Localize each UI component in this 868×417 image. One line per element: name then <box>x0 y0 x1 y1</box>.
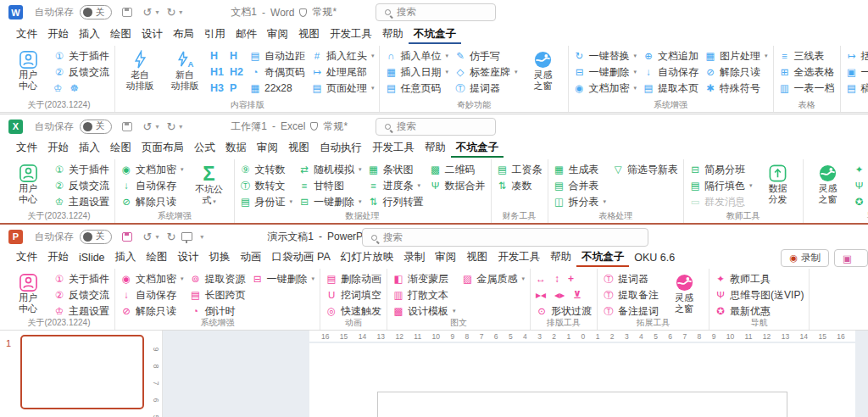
excel-menu-tab-7[interactable]: 审阅 <box>252 141 283 158</box>
excel-ribbon-item-g0-c1-1[interactable]: ②反馈交流 <box>53 178 109 193</box>
word-big-button-g2-2[interactable]: 灵感之窗 <box>524 48 563 101</box>
ppt-ribbon-item-g0-c1-1[interactable]: ②反馈交流 <box>53 287 109 303</box>
word-ribbon-item-g4-c0-2[interactable]: ▥一表一档 <box>779 81 835 96</box>
ppt-ribbon-item-g1-c1-0[interactable]: ⊚提取资源 <box>190 271 246 286</box>
word-big-button-g0-0[interactable]: 用户中心 <box>8 48 47 101</box>
ppt-menu-tab-9[interactable]: 幻灯片放映 <box>336 250 399 267</box>
ppt-menu-tab-12[interactable]: 视图 <box>461 250 492 267</box>
ppt-menu-tab-0[interactable]: 文件 <box>11 250 42 267</box>
ppt-ribbon-item-g1-c0-0[interactable]: ◉文档加密▾ <box>120 271 184 286</box>
excel-menu-tab-1[interactable]: 开始 <box>42 141 74 158</box>
excel-ribbon-item-g4-c0-1[interactable]: ▤合并表 <box>554 178 607 193</box>
ppt-ribbon-item-g5-c0-0[interactable]: Ⓣ提词器 <box>603 271 659 286</box>
ppt-undo-icon[interactable]: ↺ <box>143 231 153 243</box>
excel-ribbon-item-g5-c0-1[interactable]: ▤隔行填色▾ <box>689 178 753 193</box>
ppt-menu-tab-4[interactable]: 绘图 <box>142 250 173 267</box>
excel-menu-tab-4[interactable]: 页面布局 <box>136 141 189 158</box>
ppt-menu-tab-6[interactable]: 切换 <box>204 250 236 267</box>
word-search-input[interactable]: 搜索 <box>376 3 496 21</box>
excel-ribbon-item-g2-c0-0[interactable]: ⑨文转数 <box>240 162 293 177</box>
excel-ribbon-item-g2-c1-2[interactable]: ⊟一键删除▾ <box>298 194 362 209</box>
ppt-menu-tab-3[interactable]: 插入 <box>110 250 142 267</box>
excel-menu-tab-11[interactable]: 帮助 <box>420 141 451 158</box>
word-autosave-toggle[interactable]: 关 <box>80 5 112 19</box>
word-ribbon-item-g5-c0-0[interactable]: ↦括号靠右 <box>846 48 868 64</box>
excel-big-button-g0-0[interactable]: 用户中心 <box>8 162 47 212</box>
excel-ribbon-item-g6-c1-2[interactable]: ✪最新优惠 <box>854 194 868 209</box>
ppt-redo-icon[interactable]: ↻ <box>166 231 175 243</box>
word-ribbon-item-g1-c2-2[interactable]: H3 <box>210 81 224 96</box>
excel-undo-icon[interactable]: ↺ <box>143 120 153 133</box>
excel-big-button-g1-1[interactable]: Σ不坑公式 ▾ <box>190 162 229 212</box>
word-ribbon-item-g2-c0-0[interactable]: ∩插入单位▾ <box>385 48 448 64</box>
word-undo-icon[interactable]: ↺ <box>143 6 153 19</box>
excel-big-button-g6-0[interactable]: 灵感之窗 <box>809 162 848 212</box>
slide-editing-surface[interactable] <box>309 343 855 417</box>
word-redo-icon[interactable]: ↻ <box>166 6 175 19</box>
ppt-menu-tab-11[interactable]: 审阅 <box>430 250 461 267</box>
ppt-autosave-toggle[interactable]: 关 <box>80 230 112 244</box>
word-ribbon-item-g2-c1-2[interactable]: Ⓣ提词器 <box>454 81 518 96</box>
excel-save-icon[interactable] <box>122 122 132 131</box>
ppt-menu-tab-14[interactable]: 帮助 <box>545 250 576 267</box>
ppt-ribbon-item-g6-c0-1[interactable]: Ψ思维导图(送VIP) <box>715 287 804 303</box>
word-ribbon-item-g2-c0-2[interactable]: ▤任意页码 <box>385 81 448 96</box>
excel-ribbon-item-g2-c2-1[interactable]: ≡进度条▾ <box>368 178 424 193</box>
excel-ribbon-item-g4-c0-0[interactable]: ▦生成表 <box>554 162 607 177</box>
excel-ribbon-item-g1-c0-2[interactable]: ⊘解除只读 <box>120 194 184 209</box>
ppt-menu-tab-8[interactable]: 口袋动画 PA <box>267 250 336 267</box>
word-menu-tab-6[interactable]: 引用 <box>199 27 231 44</box>
excel-menu-tab-0[interactable]: 文件 <box>11 141 42 158</box>
word-ribbon-item-g4-c0-0[interactable]: ≡三线表 <box>779 48 835 64</box>
ppt-ribbon-item-g1-c0-1[interactable]: ↓自动保存 <box>120 287 184 303</box>
word-menu-tab-1[interactable]: 开始 <box>42 27 74 44</box>
excel-menu-tab-5[interactable]: 公式 <box>189 141 220 158</box>
excel-ribbon-item-g2-c0-1[interactable]: Ⓣ数转文 <box>240 178 293 193</box>
excel-ribbon-item-g2-c1-0[interactable]: ⇄随机模拟▾ <box>298 162 362 177</box>
ppt-record-button[interactable]: ◉录制 <box>781 249 829 267</box>
word-menu-tab-2[interactable]: 插入 <box>74 27 105 44</box>
ppt-ribbon-item-g3-c1-0[interactable]: ▨金属质感▾ <box>462 271 526 286</box>
ppt-big-button-g5-1[interactable]: 灵感之窗 <box>665 271 704 319</box>
excel-menu-tab-2[interactable]: 插入 <box>74 141 105 158</box>
word-ribbon-item-g1-c3-1[interactable]: H2 <box>230 64 243 80</box>
word-ribbon-item-g1-c2-1[interactable]: H1 <box>210 64 224 80</box>
word-ribbon-item-g1-c2-0[interactable]: H <box>210 48 224 64</box>
excel-ribbon-item-g4-c0-2[interactable]: ◫拆分表▾ <box>554 194 607 209</box>
excel-ribbon-item-g2-c0-2[interactable]: ▤身份证▾ <box>240 194 293 209</box>
word-ribbon-item-g3-c0-1[interactable]: ⊟一键删除▾ <box>574 64 637 80</box>
word-ribbon-item-g2-c1-0[interactable]: ✎仿手写 <box>454 48 518 64</box>
excel-ribbon-options-caret-icon[interactable]: ▾ <box>179 123 182 131</box>
word-menu-tab-10[interactable]: 开发工具 <box>325 27 377 44</box>
word-ribbon-item-g3-c2-1[interactable]: ⊘解除只读 <box>704 64 768 80</box>
word-ribbon-item-g3-c2-0[interactable]: ▦图片处理▾ <box>704 48 768 64</box>
text-placeholder-outline[interactable] <box>377 392 787 417</box>
word-save-icon[interactable] <box>122 8 132 17</box>
word-ribbon-item-g5-c0-1[interactable]: ▣一键插图 <box>846 64 868 80</box>
ppt-ribbon-item-g6-c0-0[interactable]: ✦教师工具 <box>715 271 804 286</box>
ppt-search-input[interactable]: 搜索 <box>362 228 648 247</box>
excel-search-input[interactable]: 搜索 <box>376 118 496 136</box>
word-ribbon-item-g1-c4-0[interactable]: ▤自动边距 <box>249 48 305 64</box>
word-menu-tab-8[interactable]: 审阅 <box>262 27 293 44</box>
excel-ribbon-item-g5-c0-0[interactable]: ⊟简易分班 <box>689 162 753 177</box>
word-ribbon-item-g0-c1-2[interactable]: ♔ ☸ <box>53 81 109 96</box>
excel-ribbon-item-g2-c3-0[interactable]: ▩二维码 <box>430 162 486 177</box>
ppt-ribbon-item-g4-c0-0[interactable]: ↔↕+ <box>536 271 592 286</box>
word-menu-tab-12[interactable]: 不坑盒子 <box>409 27 461 44</box>
ppt-ribbon-item-g1-c2-0[interactable]: ⊟一键删除▾ <box>252 271 315 286</box>
excel-ribbon-item-g6-c1-1[interactable]: Ψ思维导图(送VIP) <box>854 178 868 193</box>
ppt-menu-tab-13[interactable]: 开发工具 <box>492 250 545 267</box>
ppt-ribbon-item-g2-c0-0[interactable]: ▤删除动画 <box>326 271 381 286</box>
word-ribbon-item-g3-c1-1[interactable]: ↓自动保存 <box>643 64 698 80</box>
excel-ribbon-item-g3-c0-0[interactable]: ▤工资条 <box>497 162 542 177</box>
ppt-menu-tab-7[interactable]: 动画 <box>236 250 267 267</box>
word-ribbon-item-g5-c0-2[interactable]: ▤稿子模板 <box>846 81 868 96</box>
word-menu-tab-9[interactable]: 视图 <box>293 27 325 44</box>
excel-ribbon-item-g1-c0-1[interactable]: ↓自动保存 <box>120 178 184 193</box>
word-ribbon-item-g3-c0-2[interactable]: ◉文档加密▾ <box>574 81 637 96</box>
word-menu-tab-7[interactable]: 邮件 <box>231 27 262 44</box>
excel-ribbon-item-g1-c0-0[interactable]: ◉文档加密▾ <box>120 162 184 177</box>
ppt-menu-tab-1[interactable]: 开始 <box>42 250 74 267</box>
word-menu-tab-3[interactable]: 绘图 <box>105 27 136 44</box>
